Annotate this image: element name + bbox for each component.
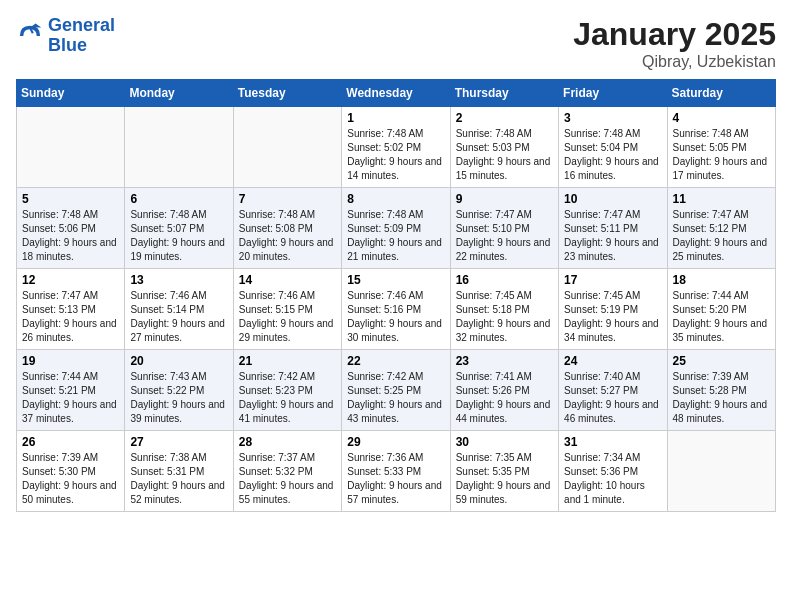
- day-info: Sunrise: 7:36 AM Sunset: 5:33 PM Dayligh…: [347, 451, 444, 507]
- day-number: 24: [564, 354, 661, 368]
- day-info: Sunrise: 7:42 AM Sunset: 5:23 PM Dayligh…: [239, 370, 336, 426]
- day-info: Sunrise: 7:48 AM Sunset: 5:07 PM Dayligh…: [130, 208, 227, 264]
- day-cell: [17, 107, 125, 188]
- day-number: 3: [564, 111, 661, 125]
- day-cell: 10Sunrise: 7:47 AM Sunset: 5:11 PM Dayli…: [559, 188, 667, 269]
- day-cell: [125, 107, 233, 188]
- day-cell: 30Sunrise: 7:35 AM Sunset: 5:35 PM Dayli…: [450, 431, 558, 512]
- day-number: 27: [130, 435, 227, 449]
- day-info: Sunrise: 7:45 AM Sunset: 5:18 PM Dayligh…: [456, 289, 553, 345]
- day-cell: 27Sunrise: 7:38 AM Sunset: 5:31 PM Dayli…: [125, 431, 233, 512]
- day-info: Sunrise: 7:43 AM Sunset: 5:22 PM Dayligh…: [130, 370, 227, 426]
- header-cell-friday: Friday: [559, 80, 667, 107]
- day-info: Sunrise: 7:47 AM Sunset: 5:12 PM Dayligh…: [673, 208, 770, 264]
- day-info: Sunrise: 7:39 AM Sunset: 5:28 PM Dayligh…: [673, 370, 770, 426]
- day-number: 26: [22, 435, 119, 449]
- day-info: Sunrise: 7:42 AM Sunset: 5:25 PM Dayligh…: [347, 370, 444, 426]
- day-info: Sunrise: 7:39 AM Sunset: 5:30 PM Dayligh…: [22, 451, 119, 507]
- logo: General Blue: [16, 16, 115, 56]
- day-number: 21: [239, 354, 336, 368]
- day-cell: [667, 431, 775, 512]
- day-number: 2: [456, 111, 553, 125]
- day-number: 31: [564, 435, 661, 449]
- day-number: 5: [22, 192, 119, 206]
- day-number: 13: [130, 273, 227, 287]
- day-number: 19: [22, 354, 119, 368]
- day-info: Sunrise: 7:47 AM Sunset: 5:11 PM Dayligh…: [564, 208, 661, 264]
- logo-icon: [16, 22, 44, 50]
- day-number: 15: [347, 273, 444, 287]
- day-info: Sunrise: 7:47 AM Sunset: 5:10 PM Dayligh…: [456, 208, 553, 264]
- day-number: 22: [347, 354, 444, 368]
- day-number: 1: [347, 111, 444, 125]
- day-info: Sunrise: 7:45 AM Sunset: 5:19 PM Dayligh…: [564, 289, 661, 345]
- day-number: 25: [673, 354, 770, 368]
- day-cell: 6Sunrise: 7:48 AM Sunset: 5:07 PM Daylig…: [125, 188, 233, 269]
- day-info: Sunrise: 7:48 AM Sunset: 5:03 PM Dayligh…: [456, 127, 553, 183]
- day-info: Sunrise: 7:35 AM Sunset: 5:35 PM Dayligh…: [456, 451, 553, 507]
- day-cell: 2Sunrise: 7:48 AM Sunset: 5:03 PM Daylig…: [450, 107, 558, 188]
- day-info: Sunrise: 7:48 AM Sunset: 5:02 PM Dayligh…: [347, 127, 444, 183]
- day-cell: 25Sunrise: 7:39 AM Sunset: 5:28 PM Dayli…: [667, 350, 775, 431]
- day-info: Sunrise: 7:44 AM Sunset: 5:21 PM Dayligh…: [22, 370, 119, 426]
- week-row-4: 19Sunrise: 7:44 AM Sunset: 5:21 PM Dayli…: [17, 350, 776, 431]
- header-cell-sunday: Sunday: [17, 80, 125, 107]
- logo-text-line2: Blue: [48, 36, 115, 56]
- day-number: 14: [239, 273, 336, 287]
- subtitle: Qibray, Uzbekistan: [573, 53, 776, 71]
- day-number: 17: [564, 273, 661, 287]
- day-cell: 5Sunrise: 7:48 AM Sunset: 5:06 PM Daylig…: [17, 188, 125, 269]
- day-info: Sunrise: 7:37 AM Sunset: 5:32 PM Dayligh…: [239, 451, 336, 507]
- header-cell-tuesday: Tuesday: [233, 80, 341, 107]
- day-cell: 14Sunrise: 7:46 AM Sunset: 5:15 PM Dayli…: [233, 269, 341, 350]
- day-info: Sunrise: 7:44 AM Sunset: 5:20 PM Dayligh…: [673, 289, 770, 345]
- day-cell: 9Sunrise: 7:47 AM Sunset: 5:10 PM Daylig…: [450, 188, 558, 269]
- day-cell: 26Sunrise: 7:39 AM Sunset: 5:30 PM Dayli…: [17, 431, 125, 512]
- day-number: 30: [456, 435, 553, 449]
- day-cell: 29Sunrise: 7:36 AM Sunset: 5:33 PM Dayli…: [342, 431, 450, 512]
- title-block: January 2025 Qibray, Uzbekistan: [573, 16, 776, 71]
- day-number: 7: [239, 192, 336, 206]
- header-row: SundayMondayTuesdayWednesdayThursdayFrid…: [17, 80, 776, 107]
- day-info: Sunrise: 7:41 AM Sunset: 5:26 PM Dayligh…: [456, 370, 553, 426]
- day-number: 18: [673, 273, 770, 287]
- day-info: Sunrise: 7:40 AM Sunset: 5:27 PM Dayligh…: [564, 370, 661, 426]
- week-row-1: 1Sunrise: 7:48 AM Sunset: 5:02 PM Daylig…: [17, 107, 776, 188]
- day-info: Sunrise: 7:48 AM Sunset: 5:04 PM Dayligh…: [564, 127, 661, 183]
- day-number: 20: [130, 354, 227, 368]
- header-cell-thursday: Thursday: [450, 80, 558, 107]
- day-cell: 17Sunrise: 7:45 AM Sunset: 5:19 PM Dayli…: [559, 269, 667, 350]
- day-cell: 20Sunrise: 7:43 AM Sunset: 5:22 PM Dayli…: [125, 350, 233, 431]
- week-row-5: 26Sunrise: 7:39 AM Sunset: 5:30 PM Dayli…: [17, 431, 776, 512]
- page-header: General Blue January 2025 Qibray, Uzbeki…: [16, 16, 776, 71]
- day-number: 11: [673, 192, 770, 206]
- day-cell: 19Sunrise: 7:44 AM Sunset: 5:21 PM Dayli…: [17, 350, 125, 431]
- main-title: January 2025: [573, 16, 776, 53]
- header-cell-wednesday: Wednesday: [342, 80, 450, 107]
- calendar-table: SundayMondayTuesdayWednesdayThursdayFrid…: [16, 79, 776, 512]
- day-number: 16: [456, 273, 553, 287]
- day-number: 9: [456, 192, 553, 206]
- day-cell: 18Sunrise: 7:44 AM Sunset: 5:20 PM Dayli…: [667, 269, 775, 350]
- day-cell: 15Sunrise: 7:46 AM Sunset: 5:16 PM Dayli…: [342, 269, 450, 350]
- header-cell-monday: Monday: [125, 80, 233, 107]
- day-number: 28: [239, 435, 336, 449]
- day-number: 6: [130, 192, 227, 206]
- day-info: Sunrise: 7:48 AM Sunset: 5:09 PM Dayligh…: [347, 208, 444, 264]
- day-cell: 4Sunrise: 7:48 AM Sunset: 5:05 PM Daylig…: [667, 107, 775, 188]
- day-cell: 3Sunrise: 7:48 AM Sunset: 5:04 PM Daylig…: [559, 107, 667, 188]
- week-row-2: 5Sunrise: 7:48 AM Sunset: 5:06 PM Daylig…: [17, 188, 776, 269]
- day-cell: 1Sunrise: 7:48 AM Sunset: 5:02 PM Daylig…: [342, 107, 450, 188]
- day-number: 23: [456, 354, 553, 368]
- day-cell: 31Sunrise: 7:34 AM Sunset: 5:36 PM Dayli…: [559, 431, 667, 512]
- day-cell: 24Sunrise: 7:40 AM Sunset: 5:27 PM Dayli…: [559, 350, 667, 431]
- day-number: 29: [347, 435, 444, 449]
- day-number: 10: [564, 192, 661, 206]
- day-info: Sunrise: 7:46 AM Sunset: 5:14 PM Dayligh…: [130, 289, 227, 345]
- header-cell-saturday: Saturday: [667, 80, 775, 107]
- day-info: Sunrise: 7:48 AM Sunset: 5:05 PM Dayligh…: [673, 127, 770, 183]
- day-cell: 23Sunrise: 7:41 AM Sunset: 5:26 PM Dayli…: [450, 350, 558, 431]
- day-number: 12: [22, 273, 119, 287]
- day-cell: 12Sunrise: 7:47 AM Sunset: 5:13 PM Dayli…: [17, 269, 125, 350]
- day-cell: 16Sunrise: 7:45 AM Sunset: 5:18 PM Dayli…: [450, 269, 558, 350]
